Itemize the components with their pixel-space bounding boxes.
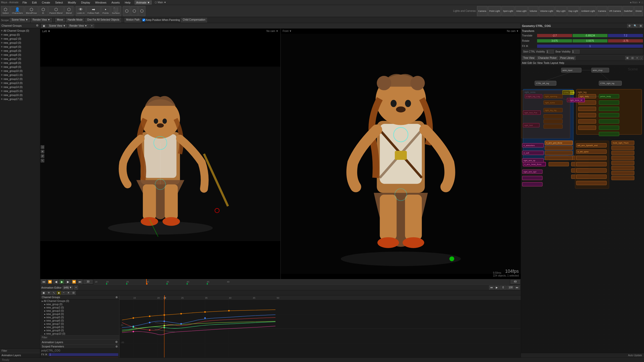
ng-zoom-fit-btn[interactable]: ⊡ [630,56,635,60]
tl-item-g8[interactable]: ▸ new_group8 (0) [40,326,119,329]
tool-lookat[interactable]: 👁 Look At [76,6,86,16]
handle-mode-btn[interactable]: Handle Mode [66,18,84,22]
cg-item-11[interactable]: new_group11 (0) [0,73,40,77]
viewport-right[interactable]: Front ▼ No cam ▼ [281,29,521,279]
menu-assets[interactable]: Assets [110,1,121,4]
tl-item-g2[interactable]: ▸ new_group2 (0) [40,306,119,309]
cg-item-15[interactable]: new_group15 (0) [0,89,40,93]
anim-layers-gear[interactable]: ⚙ [115,340,118,344]
gear-icon[interactable]: ⚙ [36,24,38,27]
anim-editor-plus-btn[interactable]: + [74,286,78,290]
scene-view-btn[interactable]: Scene View ▼ [10,18,30,22]
rp-gear-btn[interactable]: ⚙ [627,24,632,28]
rotate-y-value[interactable]: 0.9375 [573,39,608,42]
move-btn[interactable]: Move [55,18,65,22]
menu-file[interactable]: File [21,1,28,4]
vrcam-btn[interactable]: VR Camera [608,6,622,16]
keep-position-toggle[interactable]: Keep Position When Parenting [142,19,180,21]
pose-library-btn[interactable]: Pose Library [559,56,576,60]
anim-prev-btn[interactable]: ⏮ [489,286,494,290]
menu-modify[interactable]: Modify [67,1,77,4]
cg-item-17[interactable]: new_group17 (0) [0,97,40,101]
icon-select[interactable]: ◻ [41,145,44,149]
cg-item-12[interactable]: new_group12 (0) [0,77,40,81]
viewport-scene-btn[interactable]: Scene View ▼ [48,24,67,28]
tl-item-g10[interactable]: ▸ new_group10 (0) [40,332,119,335]
tl-item-g3[interactable]: ▸ new_group3 (0) [40,309,119,312]
scoped-gear[interactable]: ⚙ [115,345,118,348]
graph-delete-btn[interactable]: ✕ [66,291,71,295]
cg-item-10[interactable]: new_group10 (0) [0,69,40,73]
tl-item-g1[interactable]: ▸ new_group (0) [40,303,119,306]
tool-ik[interactable]: ⬡ IK [39,6,48,16]
tool-extra-1[interactable]: ⬡ [123,6,130,16]
tool-points[interactable]: • Points [101,6,110,16]
btn-play[interactable]: ▶ [59,280,64,284]
btn-prev-key[interactable]: ⏪ [47,280,52,284]
rp-search-btn[interactable]: 🔍 [632,24,638,28]
translate-x-value[interactable]: -2.7 [537,34,572,37]
tl-item-g9[interactable]: ▸ new_group9 (0) [40,329,119,332]
anim-end-input[interactable] [507,286,514,290]
node-help-btn[interactable]: Help [559,62,564,64]
tl-item-g5[interactable]: ▸ new_group5 (0) [40,316,119,319]
fx-ik-value[interactable]: 1 [537,44,643,48]
icon-rotate[interactable]: ↺ [41,154,44,158]
icon-scale[interactable]: ⤡ [41,159,44,162]
tool-followpath[interactable]: ➡ Follow Path [86,6,101,16]
cg-item-9[interactable]: new_group9 (0) [0,65,40,69]
drone-btn[interactable]: Drone [634,6,643,16]
node-view-btn[interactable]: View [537,62,543,64]
tool-blendpose[interactable]: ⬡ BlendPose [25,6,38,16]
node-edit-btn[interactable]: Edit [528,62,532,64]
cg-item-3[interactable]: new_group3 (0) [0,41,40,45]
menu-create[interactable]: Create [41,1,51,4]
node-add-btn[interactable]: Add [522,62,527,64]
current-frame-input[interactable] [84,280,93,284]
graph-scale-btn[interactable]: ⤡ [52,291,56,295]
bear-vis-input[interactable] [572,50,580,54]
tool-select[interactable]: ⬡ Select [1,6,10,16]
tl-item-all[interactable]: ▸ All Channel Groups (0) [40,299,119,303]
animate-mode-badge[interactable]: Animate ▼ [135,1,152,5]
tl-item-g7[interactable]: ▸ new_group7 (0) [40,322,119,326]
ng-zoom-in-btn[interactable]: + [635,56,639,60]
graph-key-btn[interactable]: ◆ [57,291,61,295]
cg-item-16[interactable]: new_group16 (0) [0,93,40,97]
node-graph-canvas[interactable]: Scene anim_input anim_chop CTRL_left_log [521,65,644,353]
motion-path-btn[interactable]: Motion Path [125,18,141,22]
arealight-btn[interactable]: Area Light [515,6,528,16]
camera-btn[interactable]: Camera [477,6,488,16]
viewport-plus-btn[interactable]: + [90,24,94,28]
btn-step-forward[interactable]: ▶ [65,280,70,284]
ambilight-btn[interactable]: Ambient Light [580,6,596,16]
menu-select[interactable]: Select [54,1,64,4]
pointlight-btn[interactable]: Point Light [488,6,501,16]
tool-extra-2[interactable]: ⬡ [131,6,138,16]
translate-z-value[interactable]: 7.2 [608,34,643,37]
camera2-btn[interactable]: Camera [597,6,607,16]
anim-start-input[interactable] [500,286,507,290]
skirt-vis-input[interactable] [546,50,554,54]
anim-next-btn[interactable]: ⏭ [515,286,520,290]
tl-item-g6[interactable]: ▸ new_group6 (0) [40,319,119,322]
node-layout-btn[interactable]: Layout [550,62,558,64]
cg-item-all[interactable]: All Channel Groups (0) [0,29,40,33]
menu-display[interactable]: Display [80,1,91,4]
node-go-btn[interactable]: Go [533,62,536,64]
cg-item-1[interactable]: new_group (0) [0,33,40,37]
icon-move[interactable]: ✛ [41,150,44,153]
volume-btn[interactable]: Volume [528,6,538,16]
btn-go-start[interactable]: ⏮ [41,280,46,284]
rotate-x-value[interactable]: 3.675 [537,39,572,42]
cg-item-13[interactable]: new_group13 (0) [0,81,40,85]
tool-surface[interactable]: ⬛ Surface [111,6,121,16]
skylight-btn[interactable]: Sky Light [555,6,567,16]
cg-item-5[interactable]: new_group5 (0) [0,49,40,53]
end-frame-input[interactable] [511,280,520,284]
menu-help[interactable]: Help [124,1,132,4]
graph-move-btn[interactable]: ✛ [47,291,51,295]
render-view-btn[interactable]: Render View ▼ [31,18,52,22]
viewport-left[interactable]: Left ▼ No cam ▼ [40,29,281,279]
rotate-z-value[interactable]: -3.75 [608,39,643,42]
